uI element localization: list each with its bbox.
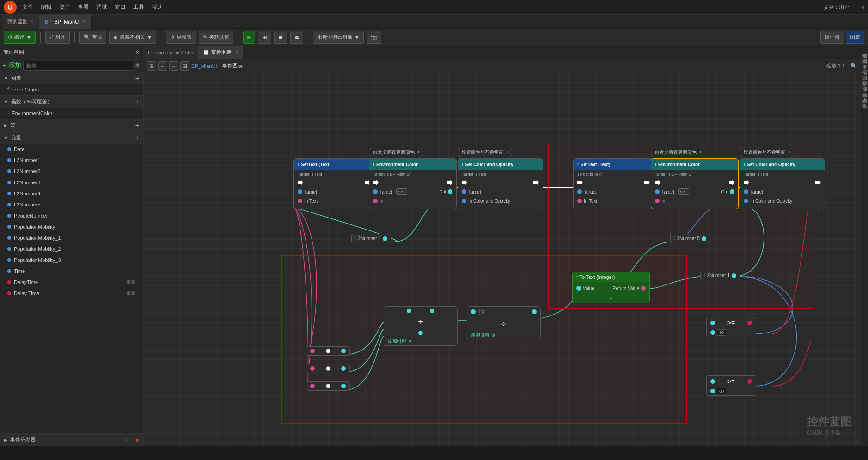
settext-node-1[interactable]: f SetText (Text) Target is Text Target bbox=[293, 158, 374, 209]
compare-60-node[interactable]: >= 60 bbox=[706, 375, 756, 396]
var-l2n4[interactable]: L2Number4 bbox=[0, 188, 143, 199]
breadcrumb-grid-btn[interactable]: ⊞ bbox=[147, 61, 156, 71]
win-minimize[interactable]: — bbox=[853, 5, 858, 10]
var-popmobility[interactable]: PopulationMobility bbox=[0, 221, 143, 232]
sidebar-settings-icon[interactable]: ⚙ bbox=[135, 62, 140, 69]
breadcrumb-bp-name[interactable]: BP_MianUI bbox=[191, 63, 217, 69]
graphs-header[interactable]: ▼ 图表 + bbox=[0, 72, 143, 84]
tab-my-blueprint[interactable]: 我的蓝图 × bbox=[2, 15, 39, 29]
graphs-add-btn[interactable]: + bbox=[135, 74, 139, 82]
panel-compress[interactable]: 压缩 bbox=[862, 65, 868, 68]
var-popmobility1[interactable]: PopulationMobility_1 bbox=[0, 232, 143, 243]
panel-advanced[interactable]: 高级 bbox=[862, 87, 868, 91]
sidebar-search-input[interactable] bbox=[23, 61, 133, 71]
tab-bp-mianui[interactable]: BP BP_MianUI × bbox=[39, 15, 92, 29]
div-add-pin-btn[interactable]: 添加引脚 ⊕ bbox=[467, 331, 540, 339]
panel-compile[interactable]: 编译 bbox=[862, 81, 868, 85]
var-l2n5[interactable]: L2Number5 bbox=[0, 199, 143, 210]
debug-camera-button[interactable]: 📷 bbox=[367, 31, 381, 44]
connector-row-3[interactable] bbox=[306, 381, 350, 391]
var-l2n1[interactable]: L2Number1 bbox=[0, 155, 143, 166]
compile-button[interactable]: ⚙ 编译 ▼ bbox=[4, 31, 36, 44]
sidebar-item-eventgraph[interactable]: f EventGraph bbox=[0, 84, 143, 95]
macros-header[interactable]: ▶ 宏 + bbox=[0, 119, 143, 131]
var-l2n2[interactable]: L2Number2 bbox=[0, 166, 143, 177]
var-delaytime2[interactable]: Delay Time布尔 bbox=[0, 288, 143, 299]
add-icon[interactable]: + 添加 bbox=[3, 61, 21, 70]
breadcrumb-back-btn[interactable]: ← bbox=[158, 61, 167, 71]
functions-add-btn[interactable]: + bbox=[135, 98, 139, 105]
panel-graph[interactable]: 图表 bbox=[862, 54, 868, 57]
menu-edit[interactable]: 编辑 bbox=[41, 3, 52, 11]
event-dispatcher-header[interactable]: ▶ 事件分发器 + ● bbox=[0, 434, 143, 446]
setcolor-node-2[interactable]: f Set Color and Opacity Target is Text T… bbox=[740, 158, 825, 209]
hide-unrelated-button[interactable]: ◉ 隐藏不相关 ▼ bbox=[109, 31, 156, 44]
menu-view[interactable]: 查看 bbox=[78, 3, 89, 11]
totext-node[interactable]: f To Text (Integer) Value Return Value ⌄ bbox=[572, 272, 650, 303]
envcolor-node-2[interactable]: f Environment Color Target is BP Mian UI… bbox=[651, 158, 739, 209]
add-node[interactable]: + 添加引脚 ⊕ bbox=[384, 306, 458, 346]
debug-target-dropdown[interactable]: 未选中调试对象 ▼ bbox=[313, 31, 364, 44]
variables-header[interactable]: ▼ 变量 + bbox=[0, 132, 143, 144]
menu-tools[interactable]: 工具 bbox=[133, 3, 144, 11]
connector-row-2[interactable] bbox=[306, 364, 350, 373]
cmp60-value[interactable]: 60 bbox=[717, 388, 726, 394]
add-pin-btn[interactable]: 添加引脚 ⊕ bbox=[384, 337, 457, 345]
cmp80-value[interactable]: 80 bbox=[717, 329, 726, 336]
eject-button[interactable]: ⏏ bbox=[290, 31, 303, 44]
var-time[interactable]: Time bbox=[0, 266, 143, 277]
find-button[interactable]: 🔍 查找 bbox=[79, 31, 106, 44]
graph-button[interactable]: 图表 bbox=[846, 31, 864, 44]
evt-add-btn[interactable]: + bbox=[125, 436, 128, 443]
expand-btn[interactable]: ⌄ bbox=[576, 293, 646, 301]
setcolor-node-1[interactable]: f Set Color and Opacity Target is Text T… bbox=[458, 158, 543, 209]
evt-tab-close[interactable]: × bbox=[235, 50, 238, 55]
panel-access[interactable]: 访问 bbox=[862, 70, 868, 74]
var-popmobility3[interactable]: PopulationMobility_3 bbox=[0, 254, 143, 266]
var-date[interactable]: Date bbox=[0, 144, 143, 155]
panel-input[interactable]: 输入人 bbox=[862, 92, 868, 96]
stop-button[interactable]: ⏹ bbox=[274, 31, 287, 44]
menu-help[interactable]: 帮助 bbox=[152, 3, 163, 11]
play-button[interactable]: ▶ bbox=[243, 31, 255, 44]
l2number1-node[interactable]: L2Number 1 bbox=[700, 271, 740, 280]
menu-window[interactable]: 窗口 bbox=[115, 3, 126, 11]
var-l2n3[interactable]: L2Number3 bbox=[0, 177, 143, 188]
tab-event-graph[interactable]: 📋 事件图表 × bbox=[198, 46, 243, 59]
tab-close[interactable]: × bbox=[31, 19, 33, 24]
connector-row-1[interactable] bbox=[306, 346, 350, 356]
blueprint-canvas[interactable]: f SetText (Text) Target is Text Target bbox=[143, 73, 861, 446]
divide-node[interactable]: 3 ÷ 添加引脚 ⊕ bbox=[467, 306, 541, 339]
panel-details[interactable]: 细节 bbox=[862, 48, 868, 52]
compare-button[interactable]: ⇄ 对比 bbox=[45, 31, 70, 44]
sidebar-item-envcolor[interactable]: f EnvironmentColor bbox=[0, 108, 143, 119]
settext-node-2[interactable]: f SetText (Text) Target is Text Target bbox=[573, 158, 654, 209]
win-close[interactable]: × bbox=[862, 5, 864, 10]
panel-permission[interactable]: 权限 bbox=[862, 76, 868, 79]
functions-header[interactable]: ▼ 函数（36可覆盖） + bbox=[0, 96, 143, 108]
macros-add-btn[interactable]: + bbox=[135, 121, 139, 129]
class-settings-button[interactable]: ⚙ 类设置 bbox=[166, 31, 196, 44]
canvas-search-icon[interactable]: 🔍 bbox=[850, 63, 857, 69]
menu-debug[interactable]: 调试 bbox=[96, 3, 107, 11]
l2number5-node[interactable]: L2Number 5 bbox=[670, 234, 710, 243]
designer-button[interactable]: 设计器 bbox=[820, 31, 844, 44]
my-blueprint-close[interactable]: × bbox=[136, 49, 139, 56]
breadcrumb-expand-btn[interactable]: ⊟ bbox=[180, 61, 189, 71]
l2number4-node[interactable]: L2Number 4 bbox=[351, 234, 391, 243]
step-button[interactable]: ⏭ bbox=[258, 31, 271, 44]
menu-asset[interactable]: 资产 bbox=[59, 3, 70, 11]
tab-environment-color[interactable]: f Environment Color bbox=[143, 46, 198, 59]
panel-level[interactable]: 关卡 bbox=[862, 59, 868, 63]
compare-80-node[interactable]: >= 80 bbox=[706, 317, 756, 337]
var-peoplenumber[interactable]: PeopleNumber bbox=[0, 210, 143, 221]
var-popmobility2[interactable]: PopulationMobility_2 bbox=[0, 243, 143, 254]
tab-close[interactable]: × bbox=[83, 19, 86, 24]
variables-add-btn[interactable]: + bbox=[135, 134, 139, 141]
class-defaults-button[interactable]: ✎ 类默认值 bbox=[199, 31, 233, 44]
breadcrumb-forward-btn[interactable]: → bbox=[169, 61, 178, 71]
panel-output[interactable]: 输出 bbox=[862, 98, 868, 102]
menu-file[interactable]: 文件 bbox=[22, 3, 33, 11]
var-delaytime[interactable]: DelayTime布尔 bbox=[0, 277, 143, 288]
envcolor-node-1[interactable]: f Environment Color Target is BP Mian UI… bbox=[369, 158, 457, 209]
